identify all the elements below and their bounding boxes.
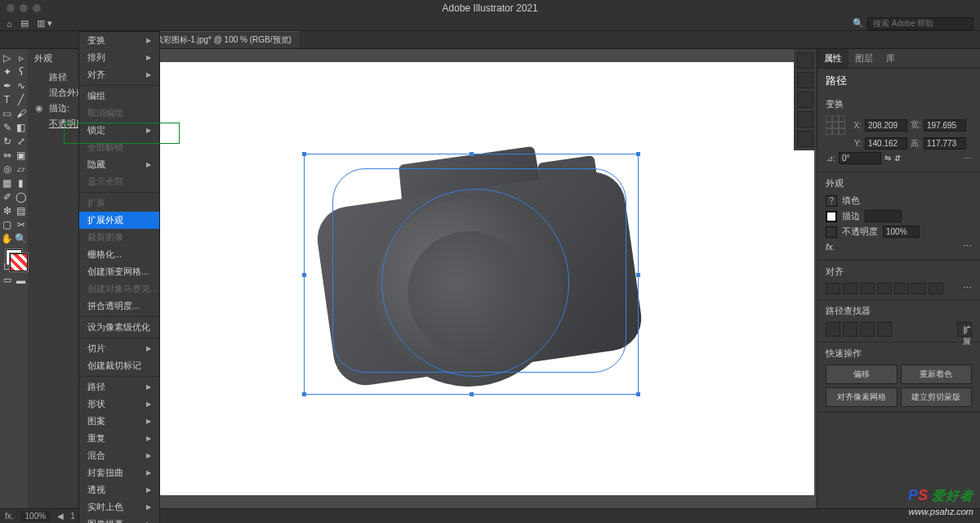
type-tool-icon[interactable]: T (0, 92, 14, 106)
menu-item[interactable]: 拼合透明度... (79, 297, 159, 315)
opacity-icon[interactable] (826, 226, 837, 238)
pf-unite-icon[interactable] (826, 322, 840, 337)
fx-indicator[interactable]: fx. (5, 512, 14, 521)
zoom-level[interactable]: 100% (20, 511, 51, 521)
pf-expand-button[interactable]: 扩展 (957, 322, 972, 337)
pf-minus-front-icon[interactable] (843, 322, 858, 337)
shaper-tool-icon[interactable]: ✎ (0, 120, 14, 134)
artboard-tool-icon[interactable]: ▢ (0, 217, 14, 231)
menu-item[interactable]: 设为像素级优化 (79, 319, 159, 336)
align-buttons[interactable]: ⋯ (826, 283, 972, 294)
symbol-sprayer-tool-icon[interactable]: ❇ (0, 203, 14, 217)
pf-exclude-icon[interactable] (877, 322, 892, 337)
hand-tool-icon[interactable]: ✋ (0, 231, 14, 245)
more-options-icon[interactable]: ⋯ (963, 241, 972, 252)
max-dot-icon[interactable] (33, 4, 41, 12)
stroke-weight-input[interactable] (865, 210, 902, 222)
screen-mode-icons[interactable]: ▭▬ (0, 273, 28, 287)
nav-prev-icon[interactable]: ◀ (57, 512, 64, 521)
selection-tool-icon[interactable]: ▷ (0, 51, 14, 65)
free-transform-tool-icon[interactable]: ▣ (14, 148, 28, 162)
fx-icon[interactable]: fx. (826, 242, 835, 252)
more-options-icon[interactable]: ⋯ (963, 283, 972, 294)
menu-item[interactable]: 混合 (79, 447, 159, 464)
dock-icon[interactable] (797, 131, 813, 147)
quick-recolor-button[interactable]: 重新着色 (901, 364, 973, 384)
menu-item[interactable]: 切片 (79, 340, 159, 357)
menu-item[interactable]: 变换 (79, 32, 159, 49)
home-icon[interactable]: ⌂ (7, 19, 12, 29)
magic-wand-tool-icon[interactable]: ✦ (0, 65, 14, 78)
stroke-swatch[interactable] (826, 211, 837, 222)
bridge-icon[interactable]: ▤ (20, 18, 29, 29)
rotate-tool-icon[interactable]: ↻ (0, 134, 14, 148)
menu-item[interactable]: 隐藏 (79, 156, 159, 173)
transform-x-input[interactable] (865, 119, 907, 132)
quick-clip-mask-button[interactable]: 建立剪切蒙版 (901, 387, 973, 407)
menu-item[interactable]: 形状 (79, 396, 159, 413)
shape-builder-tool-icon[interactable]: ◎ (0, 162, 14, 176)
transform-y-input[interactable] (865, 137, 907, 150)
menu-item[interactable]: 锁定 (79, 122, 159, 139)
line-tool-icon[interactable]: ╱ (14, 92, 28, 106)
quick-offset-button[interactable]: 偏移 (826, 364, 898, 384)
slice-tool-icon[interactable]: ✂ (14, 217, 28, 231)
mesh-tool-icon[interactable]: ▦ (0, 176, 14, 190)
dock-icon[interactable] (797, 111, 813, 127)
window-controls[interactable] (7, 4, 41, 12)
width-tool-icon[interactable]: ⇔ (0, 148, 14, 162)
tab-layers[interactable]: 图层 (849, 49, 880, 68)
direct-selection-tool-icon[interactable]: ▹ (14, 51, 28, 65)
quick-pixel-align-button[interactable]: 对齐像素网格 (826, 387, 898, 407)
paintbrush-tool-icon[interactable]: 🖌 (14, 106, 28, 120)
reference-point-icon[interactable] (826, 115, 845, 135)
rectangle-tool-icon[interactable]: ▭ (0, 106, 14, 120)
menu-item[interactable]: 创建裁切标记 (79, 357, 159, 374)
flip-h-icon[interactable]: ⇋ (884, 154, 891, 163)
artboard[interactable] (145, 62, 814, 495)
menu-item[interactable]: 扩展外观 (79, 212, 159, 229)
tab-libraries[interactable]: 库 (880, 49, 902, 68)
menu-item[interactable]: 实时上色 (79, 498, 159, 516)
tab-properties[interactable]: 属性 (817, 49, 849, 68)
transform-w-input[interactable] (924, 119, 966, 132)
menu-item[interactable]: 对齐 (79, 66, 159, 83)
visibility-icon[interactable]: ◉ (34, 103, 44, 114)
dock-icon[interactable] (797, 92, 813, 108)
dock-icon[interactable] (797, 52, 813, 69)
min-dot-icon[interactable] (20, 4, 28, 12)
graph-tool-icon[interactable]: ▤ (14, 203, 28, 217)
fill-swatch[interactable]: ? (826, 195, 837, 207)
lasso-tool-icon[interactable]: ʕ (14, 65, 28, 78)
close-dot-icon[interactable] (7, 4, 15, 12)
pen-tool-icon[interactable]: ✒ (0, 78, 14, 92)
flip-v-icon[interactable]: ⇵ (894, 154, 901, 163)
menu-item[interactable]: 图像描摹 (79, 516, 159, 523)
menu-item[interactable]: 栅格化... (79, 246, 159, 263)
menu-item[interactable]: 创建渐变网格... (79, 263, 159, 280)
transform-angle-input[interactable] (839, 152, 881, 164)
menu-item[interactable]: 图案 (79, 413, 159, 430)
zoom-tool-icon[interactable]: 🔍 (14, 231, 28, 245)
more-options-icon[interactable]: ⋯ (964, 154, 972, 163)
pf-intersect-icon[interactable] (860, 322, 875, 337)
opacity-input[interactable] (883, 226, 920, 238)
menu-item[interactable]: 编组 (79, 87, 159, 105)
menu-item[interactable]: 封套扭曲 (79, 464, 159, 481)
perspective-tool-icon[interactable]: ▱ (14, 162, 28, 176)
eyedropper-tool-icon[interactable]: ✐ (0, 190, 14, 203)
menu-item[interactable]: 透视 (79, 481, 159, 498)
gradient-tool-icon[interactable]: ▮ (14, 176, 28, 190)
blend-tool-icon[interactable]: ◯ (14, 190, 28, 203)
menu-item[interactable]: 重复 (79, 430, 159, 447)
scale-tool-icon[interactable]: ⤢ (14, 134, 28, 148)
arrange-icon[interactable]: ▥ ▾ (37, 18, 52, 29)
menu-item[interactable]: 排列 (79, 49, 159, 66)
canvas[interactable] (142, 49, 817, 508)
help-search-input[interactable] (867, 17, 973, 30)
menu-item[interactable]: 路径 (79, 378, 159, 396)
curvature-tool-icon[interactable]: ∿ (14, 78, 28, 92)
transform-h-input[interactable] (924, 137, 966, 150)
eraser-tool-icon[interactable]: ◧ (14, 120, 28, 134)
dock-icon[interactable] (797, 72, 813, 88)
